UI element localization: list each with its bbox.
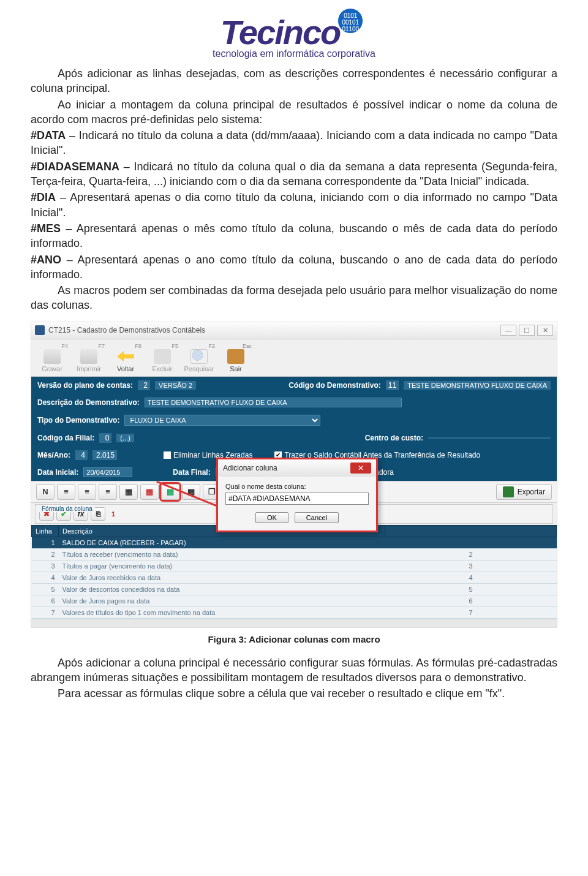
paragraph-macro-data: #DATA – Indicará no título da coluna a d… <box>31 128 557 158</box>
col-extra-header[interactable] <box>385 525 557 537</box>
dialog-titlebar: Adicionar coluna ✕ <box>218 459 376 477</box>
logo-ball-icon: 0101 00101 01100 1012 <box>338 9 363 33</box>
cell-desc: Valor de descontos concedidos na data <box>59 583 385 595</box>
app-screenshot: CT215 - Cadastro de Demonstrativos Contá… <box>31 322 557 628</box>
table-row[interactable]: 6Valor de Juros pagos na data6 <box>32 595 557 606</box>
cell-desc: Valores de títulos do tipo 1 com movimen… <box>59 606 385 618</box>
table-row[interactable]: 1SALDO DE CAIXA (RECEBER - PAGAR) <box>32 537 557 548</box>
app-title: CT215 - Cadastro de Demonstrativos Contá… <box>48 326 205 334</box>
maximize-button[interactable]: ☐ <box>519 325 535 336</box>
dialog-title: Adicionar coluna <box>223 464 277 472</box>
table-row[interactable]: 2Títulos a receber (vencimento na data)2 <box>32 548 557 560</box>
descricao-label: Descrição do Demonstrativo: <box>37 398 140 407</box>
imprimir-fkey: F7 <box>98 343 105 349</box>
excluir-fkey: F5 <box>172 343 178 349</box>
print-icon <box>80 349 97 364</box>
macro-diadasemana-label: #DIADASEMANA <box>31 160 119 173</box>
logo-brand: Tecinco <box>221 13 341 51</box>
excluir-label: Excluir <box>152 365 172 372</box>
centro-custo-value[interactable] <box>428 437 551 439</box>
after-p1: Após adicionar a coluna principal é nece… <box>31 655 557 685</box>
sair-fkey: Esc <box>243 343 252 349</box>
bold-button[interactable]: N <box>36 484 55 500</box>
figure-caption: Figura 3: Adicionar colunas com macro <box>31 634 557 644</box>
mes-value[interactable]: 4 <box>75 450 88 460</box>
sair-button[interactable]: EscSair <box>220 342 252 374</box>
table-row[interactable]: 4Valor de Juros recebidos na data4 <box>32 572 557 583</box>
cell-desc: Valor de Juros recebidos na data <box>59 572 385 583</box>
data-final-label: Data Final: <box>173 468 210 477</box>
delete-column-button[interactable]: ▦ <box>140 484 159 500</box>
macro-dia-desc: – Apresentará apenas o dia como título d… <box>31 191 557 218</box>
col-linha-header[interactable]: Linha <box>32 525 59 537</box>
row-tipo: Tipo do Demonstrativo: FLUXO DE CAIXA <box>31 411 557 429</box>
logo: Tecinco 0101 00101 01100 1012 tecnologia… <box>31 12 557 60</box>
filial-lookup-button[interactable]: (...) <box>116 434 134 442</box>
macro-ano-label: #ANO <box>31 254 61 266</box>
formula-value: 1 <box>111 510 115 518</box>
tipo-select[interactable]: FLUXO DE CAIXA <box>124 415 320 426</box>
excel-icon <box>503 486 514 497</box>
app-titlebar: CT215 - Cadastro de Demonstrativos Contá… <box>31 322 557 339</box>
paragraph-macro-ano: #ANO – Apresentará apenas o ano como tít… <box>31 252 557 282</box>
ano-value[interactable]: 2.015 <box>92 450 117 460</box>
gravar-fkey: F4 <box>61 343 68 349</box>
grid-button[interactable]: ▦ <box>119 484 138 500</box>
align-center-button[interactable]: ≡ <box>78 484 96 500</box>
align-left-button[interactable]: ≡ <box>57 484 75 500</box>
body-text: Após adicionar as linhas desejadas, com … <box>31 66 557 313</box>
paragraph-macro-dia: #DIA – Apresentará apenas o dia como tít… <box>31 190 557 220</box>
dialog-column-name-input[interactable] <box>225 493 369 505</box>
voltar-button[interactable]: F6Voltar <box>110 342 141 374</box>
cell-desc: Títulos a pagar (vencimento na data) <box>59 560 385 572</box>
macro-data-desc: – Indicará no título da coluna a data (d… <box>31 129 557 156</box>
descricao-input[interactable] <box>145 398 402 407</box>
dialog-cancel-button[interactable]: Cancel <box>295 512 339 523</box>
cell-desc: SALDO DE CAIXA (RECEBER - PAGAR) <box>59 537 385 548</box>
pesquisar-label: Pesquisar <box>184 365 214 372</box>
minimize-button[interactable]: — <box>500 325 516 336</box>
export-button[interactable]: Exportar <box>496 484 552 500</box>
dialog-close-button[interactable]: ✕ <box>350 463 371 474</box>
paragraph-2: Ao iniciar a montagem da coluna principa… <box>31 97 557 127</box>
gravar-button[interactable]: F4Gravar <box>36 342 68 374</box>
macro-dia-label: #DIA <box>31 191 56 203</box>
status-bar <box>31 619 557 627</box>
codigo-demo-num[interactable]: 11 <box>386 380 399 390</box>
align-right-button[interactable]: ≡ <box>99 484 117 500</box>
versao-num[interactable]: 2 <box>138 380 150 390</box>
export-label: Exportar <box>518 488 545 496</box>
codigo-demo-text: TESTE DEMONSTRATIVO FLUXO DE CAIXA <box>404 381 551 390</box>
cell-desc: Títulos a receber (vencimento na data) <box>59 548 385 560</box>
formula-legend: Fórmula da coluna <box>39 505 95 512</box>
mesano-label: Mês/Ano: <box>37 451 70 459</box>
trash-icon <box>154 349 171 364</box>
table-row[interactable]: 7Valores de títulos do tipo 1 com movime… <box>32 606 557 618</box>
excluir-button[interactable]: F5Excluir <box>146 342 178 374</box>
pesquisar-button[interactable]: F2Pesquisar <box>183 342 215 374</box>
imprimir-button[interactable]: F7Imprimir <box>73 342 105 374</box>
dialog-prompt: Qual o nome desta coluna: <box>225 483 369 490</box>
after-p2: Para acessar as fórmulas clique sobre a … <box>31 686 557 701</box>
table-row[interactable]: 5Valor de descontos concedidos na data5 <box>32 583 557 595</box>
versao-text: VERSÃO 2 <box>155 381 196 390</box>
cell-linha: 5 <box>32 583 59 595</box>
cell-linha: 2 <box>32 548 59 560</box>
cell-linha: 6 <box>32 595 59 606</box>
row-filial: Código da Filial: 0 (...) Centro de cust… <box>31 429 557 447</box>
dialog-ok-button[interactable]: OK <box>255 512 288 523</box>
cell-linha: 1 <box>32 537 59 548</box>
search-icon <box>190 349 208 364</box>
lines-grid[interactable]: Linha Descrição 1SALDO DE CAIXA (RECEBER… <box>31 525 557 619</box>
paragraph-macro-mes: #MES – Apresentará apenas o mês como tít… <box>31 221 557 251</box>
table-row[interactable]: 3Títulos a pagar (vencimento na data)3 <box>32 560 557 572</box>
back-arrow-icon <box>117 349 134 364</box>
macro-ano-desc: – Apresentará apenas o ano como título d… <box>31 254 557 281</box>
filial-value[interactable]: 0 <box>99 433 111 443</box>
pesquisar-fkey: F2 <box>208 343 215 349</box>
close-button[interactable]: ✕ <box>537 325 553 336</box>
data-inicial-input[interactable] <box>83 467 132 477</box>
voltar-label: Voltar <box>117 365 134 372</box>
centro-custo-label: Centro de custo: <box>365 434 423 442</box>
codigo-demo-label: Código do Demonstrativo: <box>288 381 381 390</box>
